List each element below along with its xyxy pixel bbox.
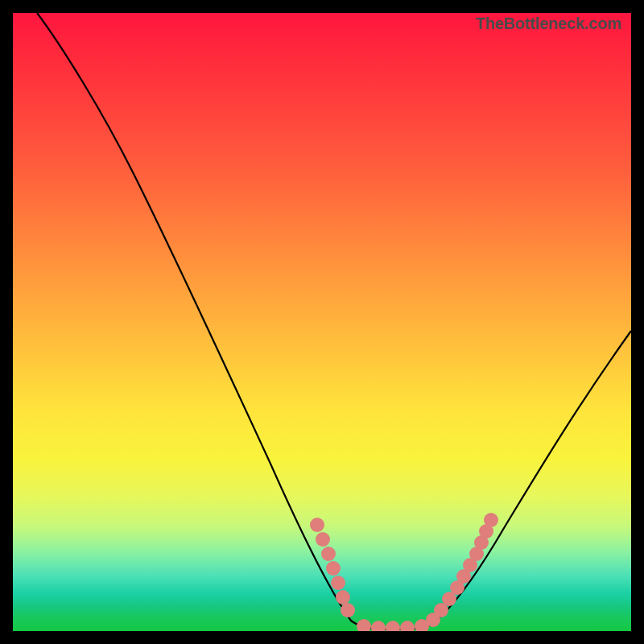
dot <box>371 621 386 631</box>
dot <box>331 576 345 590</box>
sample-dots <box>310 513 498 631</box>
dot <box>316 532 330 547</box>
dot <box>386 621 400 631</box>
bottleneck-curve-svg <box>13 13 631 631</box>
dot <box>336 590 350 605</box>
dot <box>400 621 415 631</box>
bottleneck-curve <box>37 13 631 630</box>
dot <box>326 561 341 576</box>
dot <box>310 518 324 532</box>
plot-area: TheBottleneck.com <box>13 13 631 631</box>
dot <box>321 547 336 561</box>
chart-frame: TheBottleneck.com <box>0 0 644 644</box>
dot <box>341 603 355 617</box>
dot <box>484 513 498 527</box>
dot <box>357 619 371 631</box>
